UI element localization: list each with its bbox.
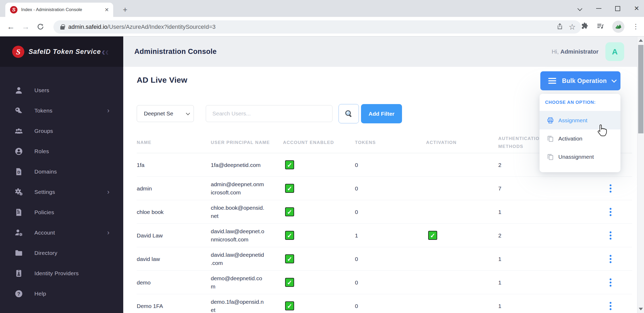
cell-name: Demo 1FA	[137, 302, 211, 310]
activation-check-icon: ✓	[428, 231, 437, 240]
cell-name: demo	[137, 278, 211, 287]
row-actions-kebab-icon[interactable]	[608, 300, 613, 312]
sidebar-item-users[interactable]: Users›	[0, 80, 123, 100]
sidebar-item-groups[interactable]: Groups›	[0, 121, 123, 141]
forward-icon: →	[19, 17, 32, 36]
back-icon[interactable]: ←	[4, 17, 17, 36]
browser-toolbar: ← → admin.safeid.io/Users/AzureAd/Index?…	[0, 17, 644, 36]
sidebar: S SafeID Token Service ‹‹ Users›Tokens›G…	[0, 36, 123, 313]
dropdown-option-unassignment[interactable]: Unassignment	[540, 148, 620, 166]
sidebar-item-tokens[interactable]: Tokens›	[0, 100, 123, 121]
page-scrollbar[interactable]	[637, 36, 644, 313]
browser-tab[interactable]: S Index - Administration Console ✕	[5, 3, 113, 17]
help-icon: ?	[14, 289, 23, 298]
cell-tokens: 0	[355, 278, 426, 287]
cell-tokens: 1	[355, 231, 426, 240]
window-close-icon[interactable]: ✕	[634, 5, 639, 12]
safeid-logo-icon: S	[12, 46, 24, 58]
row-actions-kebab-icon[interactable]	[608, 253, 613, 265]
cell-name: David Law	[137, 231, 211, 240]
scrollbar-thumb[interactable]	[638, 45, 643, 133]
table-row: demodemo@deepnetid.com✓01	[137, 271, 632, 294]
cell-account-enabled: ✓	[283, 301, 355, 310]
cell-activation: ✓	[426, 231, 498, 240]
cell-upn: 1fa@deepnetid.com	[211, 161, 276, 169]
browser-menu-kebab-icon[interactable]: ⋮	[632, 25, 638, 28]
sidebar-item-account[interactable]: Account›	[0, 222, 123, 243]
sidebar-item-label: Settings	[34, 189, 55, 195]
sidebar-header: S SafeID Token Service ‹‹	[0, 36, 123, 67]
address-bar[interactable]: admin.safeid.io/Users/AzureAd/Index?iden…	[53, 20, 581, 34]
browser-profile-avatar[interactable]	[612, 21, 624, 33]
sidebar-item-domains[interactable]: DDomains›	[0, 161, 123, 182]
cell-upn: admin@deepnet.onmicrosoft.com	[211, 180, 276, 197]
sidebar-item-label: Identity Providers	[34, 270, 79, 277]
row-actions-kebab-icon[interactable]	[608, 183, 613, 194]
sidebar-item-directory[interactable]: Directory›	[0, 243, 123, 263]
sidebar-item-settings[interactable]: Settings›	[0, 182, 123, 202]
tab-close-icon[interactable]: ✕	[104, 7, 109, 13]
policy-icon	[14, 208, 23, 217]
url-text[interactable]: admin.safeid.io/Users/AzureAd/Index?iden…	[68, 24, 552, 30]
enabled-check-icon: ✓	[285, 254, 294, 263]
search-input[interactable]	[206, 105, 332, 122]
row-actions-kebab-icon[interactable]	[608, 206, 613, 218]
search-icon	[344, 109, 354, 119]
column-header: ACTIVATION	[426, 139, 498, 147]
column-header: NAME	[137, 139, 211, 147]
search-button[interactable]	[339, 104, 359, 123]
cell-account-enabled: ✓	[283, 207, 355, 216]
cell-tokens: 0	[355, 255, 426, 263]
dropdown-option-activation[interactable]: Activation	[540, 129, 620, 148]
enabled-check-icon: ✓	[285, 160, 294, 169]
account-gear-icon	[14, 228, 23, 237]
cell-account-enabled: ✓	[283, 184, 355, 193]
sidebar-item-policies[interactable]: Policies›	[0, 202, 123, 222]
new-tab-button[interactable]: +	[120, 4, 131, 15]
column-header: TOKENS	[355, 139, 426, 147]
app-header: Administration Console Hi, Administrator…	[123, 36, 637, 67]
cell-account-enabled: ✓	[283, 160, 355, 169]
scrollbar-up-arrow-icon[interactable]	[639, 39, 643, 42]
cell-upn: demo.1fa@opensid.net	[211, 298, 276, 313]
cell-methods: 1	[498, 302, 570, 310]
sidebar-item-label: Help	[34, 291, 46, 297]
dropdown-header: CHOOSE AN OPTION:	[540, 94, 620, 111]
sidebar-item-help[interactable]: ?Help›	[0, 283, 123, 304]
chevron-down-icon	[611, 77, 617, 83]
row-actions-kebab-icon[interactable]	[608, 230, 613, 241]
media-controls-icon[interactable]	[596, 22, 604, 31]
bulk-operation-button[interactable]: Bulk Operation	[540, 71, 620, 90]
user-avatar[interactable]: A	[605, 42, 624, 61]
scrollbar-down-arrow-icon[interactable]	[639, 308, 643, 310]
window-maximize-icon[interactable]	[615, 6, 620, 11]
window-chevron-icon[interactable]	[578, 6, 582, 11]
sidebar-collapse-icon[interactable]: ‹‹	[102, 46, 109, 57]
sidebar-item-roles[interactable]: Roles›	[0, 141, 123, 161]
cell-tokens: 0	[355, 184, 426, 193]
extensions-puzzle-icon[interactable]	[581, 22, 588, 31]
cell-methods: 1	[498, 255, 570, 263]
identity-source-select[interactable]: Deepnet Se	[137, 105, 194, 122]
cell-name: chloe book	[137, 208, 211, 216]
mouse-cursor	[597, 124, 607, 137]
cell-tokens: 0	[355, 208, 426, 216]
dropdown-option-assignment[interactable]: Assignment	[540, 111, 620, 129]
cell-account-enabled: ✓	[283, 231, 355, 240]
cell-name: admin	[137, 184, 211, 193]
table-row: chloe bookchloe.book@opensid.net✓01	[137, 200, 632, 224]
enabled-check-icon: ✓	[285, 278, 294, 287]
reload-icon[interactable]	[34, 17, 47, 36]
share-icon[interactable]	[556, 23, 564, 31]
page-title: AD Live View	[137, 76, 187, 85]
enabled-check-icon: ✓	[285, 231, 294, 240]
chevron-down-icon	[186, 111, 190, 115]
row-actions-kebab-icon[interactable]	[608, 277, 613, 288]
sidebar-item-identity-providers[interactable]: Identity Providers›	[0, 263, 123, 283]
add-filter-button[interactable]: Add Filter	[361, 104, 402, 123]
sidebar-item-label: Groups	[34, 128, 53, 134]
people-icon	[14, 127, 23, 136]
window-minimize-icon[interactable]	[596, 8, 601, 9]
safeid-favicon-icon: S	[10, 6, 17, 13]
app-title: Administration Console	[134, 48, 217, 56]
